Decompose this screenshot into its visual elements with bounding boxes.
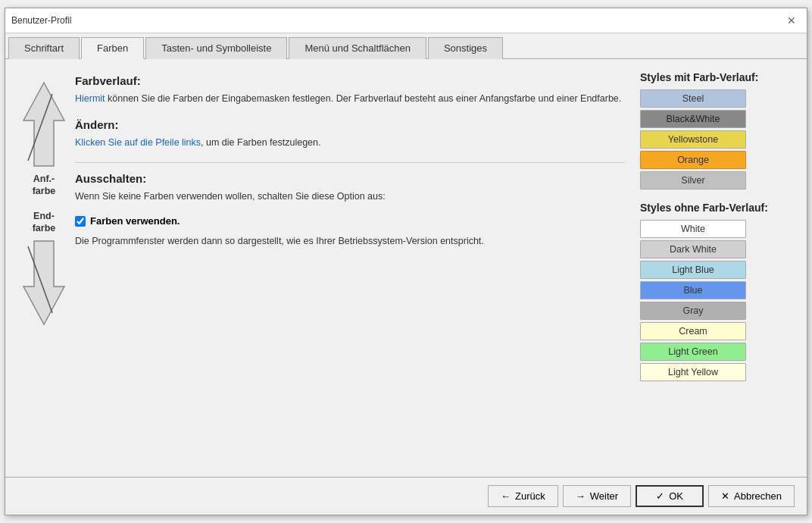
tab-bar: Schriftart Farben Tasten- und Symbolleis… xyxy=(5,33,807,59)
back-icon: ← xyxy=(501,490,511,502)
ausschalten-title: Ausschalten: xyxy=(75,172,625,185)
next-label: Weiter xyxy=(590,490,618,502)
tab-schriftart[interactable]: Schriftart xyxy=(8,37,80,59)
style-item-white[interactable]: White xyxy=(640,220,746,238)
style-item-steel[interactable]: Steel xyxy=(640,89,746,108)
svg-marker-2 xyxy=(23,241,64,324)
cancel-icon: ✕ xyxy=(721,490,729,502)
style-item-darkwhite[interactable]: Dark White xyxy=(640,240,746,258)
down-arrow-icon[interactable] xyxy=(20,237,67,328)
style-item-blackwhite[interactable]: Black&White xyxy=(640,110,746,128)
ok-label: OK xyxy=(669,490,683,502)
cancel-button[interactable]: ✕ Abbrechen xyxy=(708,485,795,507)
farbverlauf-body: Hiermit können Sie die Farben der Eingab… xyxy=(75,92,625,106)
gradient-styles-title: Styles mit Farb-Verlauf: xyxy=(640,71,792,83)
tab-tasten[interactable]: Tasten- und Symbolleiste xyxy=(145,37,287,59)
close-button[interactable]: ✕ xyxy=(782,13,801,28)
back-button[interactable]: ← Zurück xyxy=(488,485,558,507)
andern-link[interactable]: Klicken Sie auf die Pfeile links xyxy=(75,137,201,148)
up-arrow-icon[interactable] xyxy=(20,79,67,170)
farben-verwenden-label: Farben verwenden. xyxy=(90,215,180,227)
gradient-style-list: Steel Black&White Yellowstone Orange Sil… xyxy=(640,89,792,189)
anf-farbe-section: Anf.-farbe xyxy=(20,79,67,198)
svg-marker-0 xyxy=(23,83,64,166)
tab-farben[interactable]: Farben xyxy=(81,37,144,59)
divider xyxy=(75,162,625,163)
andern-body: Klicken Sie auf die Pfeile links, um die… xyxy=(75,136,625,150)
style-item-gray[interactable]: Gray xyxy=(640,302,746,320)
style-item-orange[interactable]: Orange xyxy=(640,151,746,169)
next-icon: → xyxy=(576,490,586,502)
end-farbe-label: End-farbe xyxy=(33,210,56,235)
text-column: Farbverlauf: Hiermit können Sie die Farb… xyxy=(75,71,625,465)
next-button[interactable]: → Weiter xyxy=(563,485,631,507)
window-title: Benutzer-Profil xyxy=(11,15,71,26)
end-farbe-section: End-farbe xyxy=(20,210,67,329)
farben-verwenden-checkbox[interactable] xyxy=(75,216,86,227)
style-item-blue[interactable]: Blue xyxy=(640,281,746,299)
flat-style-list: White Dark White Light Blue Blue Gray Cr… xyxy=(640,220,792,381)
ok-button[interactable]: ✓ OK xyxy=(636,485,704,507)
style-item-lightgreen[interactable]: Light Green xyxy=(640,343,746,361)
farben-verwenden-row: Farben verwenden. xyxy=(75,215,625,227)
content-area: Anf.-farbe End-farbe xyxy=(5,59,807,477)
style-item-silver[interactable]: Silver xyxy=(640,171,746,189)
arrow-column: Anf.-farbe End-farbe xyxy=(20,71,67,465)
right-panel: Styles mit Farb-Verlauf: Steel Black&Whi… xyxy=(640,71,792,465)
main-area: Anf.-farbe End-farbe xyxy=(20,71,792,465)
left-panel: Anf.-farbe End-farbe xyxy=(20,71,625,465)
tab-sonstiges[interactable]: Sonstiges xyxy=(428,37,503,59)
style-item-lightyellow[interactable]: Light Yellow xyxy=(640,363,746,381)
andern-title: Ändern: xyxy=(75,118,625,131)
footer: ← Zurück → Weiter ✓ OK ✕ Abbrechen xyxy=(5,477,807,515)
farbverlauf-link[interactable]: Hiermit xyxy=(75,93,105,104)
tab-menue[interactable]: Menü und Schaltflächen xyxy=(289,37,426,59)
style-item-cream[interactable]: Cream xyxy=(640,322,746,340)
ok-icon: ✓ xyxy=(656,490,664,502)
farbverlauf-title: Farbverlauf: xyxy=(75,74,625,87)
cancel-label: Abbrechen xyxy=(734,490,782,502)
main-window: Benutzer-Profil ✕ Schriftart Farben Tast… xyxy=(5,8,807,515)
flat-styles-title: Styles ohne Farb-Verlauf: xyxy=(640,202,792,214)
title-bar: Benutzer-Profil ✕ xyxy=(5,8,807,33)
style-item-yellowstone[interactable]: Yellowstone xyxy=(640,130,746,149)
ausschalten-note: Die Programmfenster werden dann so darge… xyxy=(75,234,625,249)
anf-farbe-label: Anf.-farbe xyxy=(33,173,56,198)
style-item-lightblue[interactable]: Light Blue xyxy=(640,261,746,279)
ausschalten-body: Wenn Sie keine Farben verwenden wollen, … xyxy=(75,189,625,204)
back-label: Zurück xyxy=(515,490,545,502)
